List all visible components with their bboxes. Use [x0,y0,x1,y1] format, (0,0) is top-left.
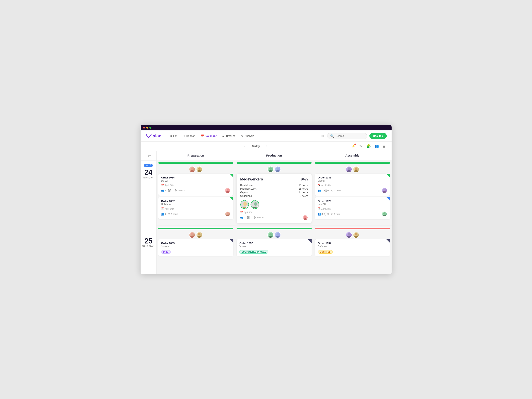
sub-toolbar: ‹ Today › ⚡ 👁 🧩 👥 🗑 [141,142,392,151]
svg-point-3 [198,167,201,170]
time-icon: ⏱ [331,212,334,216]
svg-point-8 [226,215,229,216]
card-order-1037[interactable]: Order 1037 Hofstede 📅 April 24th 👥 1 [158,197,233,219]
card-title: Order 1034 [318,242,387,245]
svg-point-21 [355,167,357,170]
card-order-1034b[interactable]: Order 1034 De Vries CONTROL [315,239,390,256]
preparation-avatars-d1 [157,166,235,173]
col-production-day1: Medewerkers 94% Beschikbaar 16 hours Pla… [235,160,313,225]
card-date: 📅 April 24th [318,184,387,187]
avatar [346,166,352,173]
medewerkers-header: Medewerkers 94% [240,177,308,181]
nav-calendar[interactable]: 📅 Calendar [198,133,219,139]
svg-point-29 [198,233,201,235]
col-preparation-day1: Order 1034 De Wit 📅 April 24th 👥 2 [157,160,235,225]
medewerkers-avatars [240,200,308,209]
fullscreen-button[interactable]: ⊞ [321,133,325,139]
svg-point-2 [190,170,194,172]
production-bar-d2 [237,228,312,229]
time-icon: ⏱ [331,189,334,192]
avatar [189,166,195,173]
nav-kanban[interactable]: ⊞ Kanban [180,133,198,139]
nav-items: ≡ List ⊞ Kanban 📅 Calendar ≣ Timeline ◎ … [168,133,319,139]
search-input[interactable] [336,134,364,137]
nav-analysis[interactable]: ◎ Analysis [239,133,257,139]
stat-workers: 👥 2 [240,216,245,219]
production-bar-d1 [237,162,312,164]
prev-button[interactable]: ‹ [243,143,247,149]
avatar [346,232,352,238]
today-label: Today [249,144,262,149]
navbar-right: ⊞ 🔍 Backlog [321,133,387,139]
card-order-1037b[interactable]: Order 1037 Visser CUSTOMER APPROVAL [237,239,312,256]
card-footer: 👥 2 💬 1 ⏱ 2 hours [161,188,231,193]
trash-icon: 🗑 [382,144,386,148]
next-button[interactable]: › [265,143,269,149]
production-resource-header-d1 [235,160,313,166]
day-name-monday: MONDAY [143,176,154,179]
svg-point-23 [383,189,385,191]
filter-button[interactable]: ⚡ [350,143,356,149]
col-header-assembly: Assembly [313,151,392,160]
filter-badge [355,143,356,145]
medew-row-gepland: Gepland 14 hours [240,191,308,194]
stat-comments: 💬 1 [247,216,252,219]
maximize-dot[interactable] [149,127,152,129]
card-avatar [225,188,230,193]
card-order-1029[interactable]: Order 1029 Van Dijk 📅 April 28th 👥 3 [315,197,390,219]
title-bar [141,125,392,131]
day-number-25: 25 [144,237,152,245]
team-button[interactable]: 👥 [374,143,380,149]
day-block-25: 25 THURSDAY [141,234,157,274]
card-title: Order 1031 [318,176,387,179]
card-order-1031[interactable]: Order 1031 Bakker 📅 April 24th 👥 1 [315,174,390,196]
eye-button[interactable]: 👁 [358,143,364,149]
medewerkers-title: Medewerkers [240,177,263,181]
card-subtitle: Hofstede [161,203,231,206]
svg-point-36 [347,236,351,238]
svg-point-32 [268,236,272,238]
avatar [302,215,308,220]
backlog-button[interactable]: Backlog [369,133,387,139]
card-avatar-right [302,215,308,220]
card-order-1034[interactable]: Order 1034 De Wit 📅 April 24th 👥 2 [158,174,233,196]
svg-point-24 [383,191,386,193]
card-title: Order 1037 [161,200,231,203]
card-corner-blue [386,197,390,201]
preparation-avatars-d2 [157,232,235,238]
card-order-1039[interactable]: Order 1039 Jansen PRIO [158,239,233,256]
toolbar-nav: ‹ Today › [164,143,348,149]
avatar-dot [257,206,259,208]
medewerkers-card[interactable]: Medewerkers 94% Beschikbaar 16 hours Pla… [237,174,312,223]
card-subtitle: De Vries [318,245,387,248]
close-dot[interactable] [143,127,145,129]
time-icon: ⏱ [253,216,256,219]
search-bar[interactable]: 🔍 [327,133,367,139]
stat-time: ⏱ 2 hours [174,189,185,192]
stat-workers: 👥 2 [161,189,166,192]
stat-time: ⏱ 2 hours [253,216,264,219]
trash-button[interactable]: 🗑 [382,143,387,149]
assembly-bar-d2 [315,228,390,229]
stat-time: ⏱ 4 hours [168,212,178,216]
medew-avatar-2 [251,200,259,209]
card-title: Order 1037 [239,242,309,245]
card-corner-green [230,174,233,177]
logo[interactable]: plan [146,133,162,139]
nav-timeline[interactable]: ≣ Timeline [220,133,238,139]
puzzle-icon: 🧩 [367,144,371,148]
assembly-avatars-d1 [313,166,392,173]
avatar [382,188,387,193]
col-assembly-day2: Order 1034 De Vries CONTROL [313,226,392,258]
minimize-dot[interactable] [146,127,148,129]
day1-row: Order 1034 De Wit 📅 April 24th 👥 2 [157,160,392,226]
workers-icon: 👥 [318,212,321,216]
medew-row-ongepland: Ongepland 2 hours [240,194,308,198]
card-title: Order 1034 [161,176,231,179]
shuffle-icon[interactable]: ⇌ [148,154,151,158]
nav-list[interactable]: ≡ List [168,133,179,139]
svg-point-9 [269,167,272,170]
puzzle-button[interactable]: 🧩 [366,143,372,149]
svg-point-1 [191,167,193,170]
svg-point-5 [227,189,229,191]
